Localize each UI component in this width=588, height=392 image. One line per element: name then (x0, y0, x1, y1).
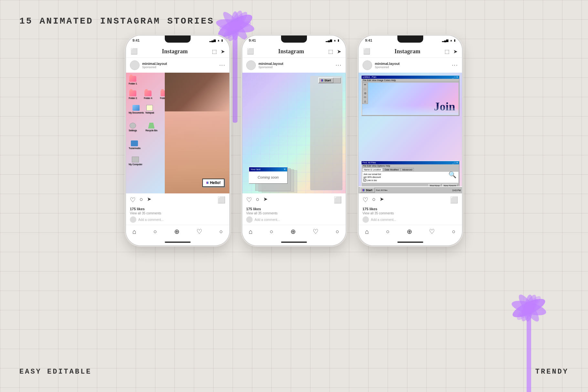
taskbar: ⊞ Start Find: All Files 3:43 PM (359, 186, 462, 193)
phone-1: 9:41 ▂▄▆ ▲ ▮ ⬜ Instagram ⬚ ➤ minimal.lay… (126, 36, 229, 245)
folder-4-icon: Folder 4 (144, 90, 152, 99)
profile-nav-icon[interactable]: ○ (219, 228, 223, 235)
search-nav-icon[interactable]: ○ (386, 228, 390, 235)
phone-1-more-button[interactable]: ··· (219, 62, 226, 68)
search-nav-icon[interactable]: ○ (270, 228, 273, 235)
phone-1-time: 9:41 (132, 38, 140, 42)
heart-nav-icon[interactable]: ♡ (313, 228, 319, 235)
coming-soon-title: Your text (250, 168, 260, 171)
heart-icon[interactable]: ♡ (246, 196, 252, 204)
phone-1-user: minimal.layout Sponsored (130, 60, 167, 70)
share-icon[interactable]: ➤ (147, 196, 151, 204)
phone-3-comment-input[interactable]: Add a comment... (371, 218, 396, 222)
add-nav-icon[interactable]: ⊕ (174, 228, 180, 235)
phone-2-ig-title: Instagram (278, 48, 304, 55)
comment-icon[interactable]: ○ (256, 196, 259, 204)
phone-3-bottom-nav: ⌂ ○ ⊕ ♡ ○ (359, 225, 462, 240)
battery-icon: ▮ (221, 39, 223, 42)
add-nav-icon[interactable]: ⊕ (290, 228, 296, 235)
phone-1-view-comments[interactable]: View all 35 comments (130, 211, 226, 215)
phones-container: 9:41 ▂▄▆ ▲ ▮ ⬜ Instagram ⬚ ➤ minimal.lay… (126, 36, 462, 245)
activity-icon[interactable]: ⬚ (328, 48, 333, 55)
checkbox-icon: ✓ (363, 179, 366, 181)
taskbar-start-btn: ⊞ Start (360, 188, 375, 193)
phone-1-comment-avatar (130, 216, 136, 223)
send-icon[interactable]: ➤ (337, 48, 341, 55)
send-icon[interactable]: ➤ (221, 48, 225, 55)
phone-2-user-info: minimal.layout Sponsored (258, 62, 283, 69)
phone-1-image-content: Folder 1 Folder 2 Folder 4 (126, 73, 229, 193)
activity-icon[interactable]: ⬚ (445, 48, 449, 55)
phone-2-post-header: minimal.layout Sponsored ··· (242, 58, 346, 73)
phone-2-post-image: ⊞ Start Your text ✕ (242, 73, 346, 193)
tool-palette: ✏⬚◎▭△ (362, 83, 368, 104)
start-button: ⊞ Start (319, 78, 333, 83)
bookmark-icon[interactable]: ⬜ (450, 196, 458, 204)
bookmark-icon[interactable]: ⬜ (217, 196, 226, 204)
battery-icon: ▮ (454, 39, 456, 42)
coming-soon-window: Your text ✕ Coming soon (249, 167, 288, 184)
profile-nav-icon[interactable]: ○ (336, 228, 339, 235)
phone-3-avatar (362, 60, 372, 70)
camera-icon[interactable]: ⬜ (247, 48, 254, 55)
easy-editable-label: EASY EDITABLE (19, 368, 92, 376)
phone-3-add-comment: Add a comment... (362, 216, 458, 223)
heart-icon[interactable]: ♡ (130, 196, 136, 204)
phone-1-avatar (130, 60, 140, 70)
phone-1-post-actions: ♡ ○ ➤ ⬜ (126, 193, 229, 206)
phone-3-sponsored: Sponsored (375, 66, 400, 69)
coming-soon-text: Coming soon (258, 175, 279, 179)
phone-2-comment-avatar (246, 216, 253, 223)
find-menu: File Edit View Options Help (362, 164, 459, 167)
phone-2-comment-input[interactable]: Add a comment... (255, 218, 280, 222)
camera-icon[interactable]: ⬜ (363, 48, 370, 55)
find-input-row: Join our email list (363, 173, 457, 175)
profile-nav-icon[interactable]: ○ (452, 228, 456, 235)
trendy-label: TRENDY (535, 368, 569, 376)
phone-1-post-image: Folder 1 Folder 2 Folder 4 (126, 73, 229, 193)
home-nav-icon[interactable]: ⌂ (365, 228, 369, 235)
my-documents-icon: My Documents (129, 105, 144, 114)
phone-3-more-button[interactable]: ··· (452, 62, 458, 68)
home-nav-icon[interactable]: ⌂ (132, 228, 136, 235)
find-title: Find: All Files (362, 161, 376, 164)
activity-icon[interactable]: ⬚ (212, 48, 217, 55)
comment-icon[interactable]: ○ (372, 196, 376, 204)
heart-nav-icon[interactable]: ♡ (429, 228, 435, 235)
phone-1-likes: 175 likes (130, 207, 226, 211)
find-label: Join our email list (363, 173, 381, 175)
heart-nav-icon[interactable]: ♡ (196, 228, 202, 235)
phone-2-image-content: ⊞ Start Your text ✕ (242, 73, 346, 193)
paint-window: untitled - Pain _ □ ✕ File Edit View Ima… (361, 75, 459, 116)
phone-2-home-indicator (281, 242, 307, 243)
taskbar-clock: 3:43 PM (452, 189, 461, 191)
home-nav-icon[interactable]: ⌂ (249, 228, 253, 235)
start-window: ⊞ Start (318, 77, 341, 83)
name-location-tab[interactable]: Name & Location (362, 168, 383, 171)
paint-titlebar: untitled - Pain _ □ ✕ (362, 76, 459, 79)
phone-3-view-comments[interactable]: View all 35 comments (362, 211, 458, 215)
phone-3-home-indicator (397, 242, 423, 243)
find-content: Join our email list get 30% discount ✓ L… (362, 172, 458, 183)
paint-menu: File Edit View Image Colors Help (362, 79, 459, 82)
phone-2-likes: 175 likes (246, 207, 342, 211)
wifi-icon: ▲ (217, 39, 220, 42)
share-icon[interactable]: ➤ (263, 196, 268, 204)
bookmark-icon[interactable]: ⬜ (334, 196, 342, 204)
send-icon[interactable]: ➤ (453, 48, 457, 55)
share-icon[interactable]: ➤ (380, 196, 384, 204)
add-nav-icon[interactable]: ⊕ (407, 228, 412, 235)
phone-1-post-info: 175 likes View all 35 comments Add a com… (126, 206, 229, 225)
camera-icon[interactable]: ⬜ (131, 48, 138, 55)
heart-icon[interactable]: ♡ (362, 196, 368, 204)
phone-2-view-comments[interactable]: View all 35 comments (246, 211, 342, 215)
phone-2-more-button[interactable]: ··· (336, 62, 342, 68)
phone-1-comment-input[interactable]: Add a comment... (138, 218, 163, 222)
comment-icon[interactable]: ○ (140, 196, 143, 204)
phone-1-ig-header: ⬜ Instagram ⬚ ➤ (126, 45, 229, 58)
date-modified-tab[interactable]: Date Modified (383, 168, 400, 171)
signal-icon: ▂▄▆ (209, 39, 216, 42)
phone-2-sponsored: Sponsored (258, 66, 283, 69)
search-nav-icon[interactable]: ○ (153, 228, 157, 235)
advanced-tab[interactable]: Advanced (401, 168, 414, 171)
